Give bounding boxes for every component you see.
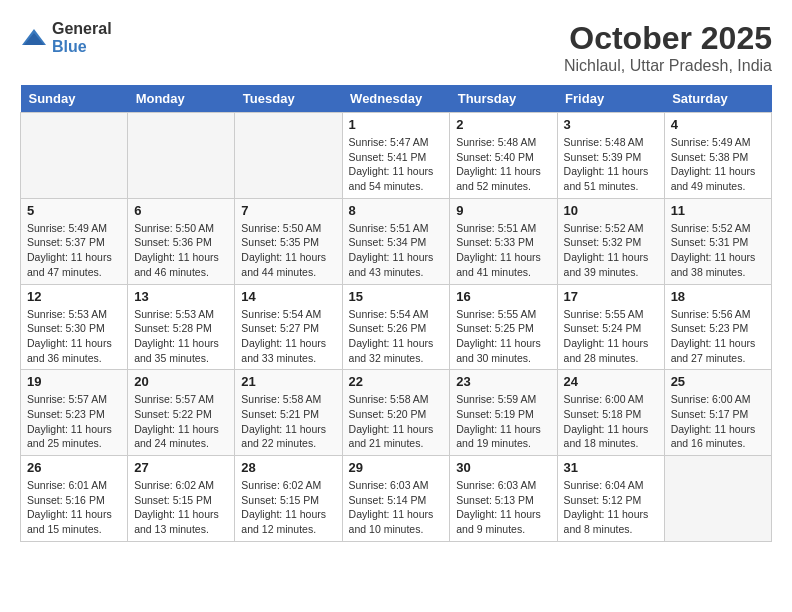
day-number: 7 <box>241 203 335 218</box>
header-wednesday: Wednesday <box>342 85 450 113</box>
day-info: Sunrise: 6:03 AMSunset: 5:14 PMDaylight:… <box>349 478 444 537</box>
day-info: Sunrise: 5:53 AMSunset: 5:28 PMDaylight:… <box>134 307 228 366</box>
calendar-cell: 31Sunrise: 6:04 AMSunset: 5:12 PMDayligh… <box>557 456 664 542</box>
calendar-cell: 17Sunrise: 5:55 AMSunset: 5:24 PMDayligh… <box>557 284 664 370</box>
day-number: 20 <box>134 374 228 389</box>
calendar-cell <box>128 113 235 199</box>
day-number: 24 <box>564 374 658 389</box>
calendar-week-2: 5Sunrise: 5:49 AMSunset: 5:37 PMDaylight… <box>21 198 772 284</box>
day-info: Sunrise: 5:57 AMSunset: 5:23 PMDaylight:… <box>27 392 121 451</box>
calendar-cell: 4Sunrise: 5:49 AMSunset: 5:38 PMDaylight… <box>664 113 771 199</box>
day-number: 15 <box>349 289 444 304</box>
day-number: 16 <box>456 289 550 304</box>
calendar-cell: 10Sunrise: 5:52 AMSunset: 5:32 PMDayligh… <box>557 198 664 284</box>
header-friday: Friday <box>557 85 664 113</box>
day-number: 13 <box>134 289 228 304</box>
day-number: 31 <box>564 460 658 475</box>
day-number: 21 <box>241 374 335 389</box>
day-number: 26 <box>27 460 121 475</box>
title-section: October 2025 Nichlaul, Uttar Pradesh, In… <box>564 20 772 75</box>
day-info: Sunrise: 5:59 AMSunset: 5:19 PMDaylight:… <box>456 392 550 451</box>
day-info: Sunrise: 5:57 AMSunset: 5:22 PMDaylight:… <box>134 392 228 451</box>
day-number: 23 <box>456 374 550 389</box>
day-info: Sunrise: 5:48 AMSunset: 5:40 PMDaylight:… <box>456 135 550 194</box>
logo-icon <box>20 27 48 49</box>
day-number: 29 <box>349 460 444 475</box>
calendar-cell: 8Sunrise: 5:51 AMSunset: 5:34 PMDaylight… <box>342 198 450 284</box>
day-info: Sunrise: 6:02 AMSunset: 5:15 PMDaylight:… <box>134 478 228 537</box>
day-number: 4 <box>671 117 765 132</box>
day-number: 5 <box>27 203 121 218</box>
day-info: Sunrise: 5:52 AMSunset: 5:32 PMDaylight:… <box>564 221 658 280</box>
header-monday: Monday <box>128 85 235 113</box>
calendar-cell: 19Sunrise: 5:57 AMSunset: 5:23 PMDayligh… <box>21 370 128 456</box>
calendar-cell: 25Sunrise: 6:00 AMSunset: 5:17 PMDayligh… <box>664 370 771 456</box>
calendar-title: October 2025 <box>564 20 772 57</box>
day-info: Sunrise: 5:49 AMSunset: 5:37 PMDaylight:… <box>27 221 121 280</box>
day-number: 8 <box>349 203 444 218</box>
calendar-cell: 6Sunrise: 5:50 AMSunset: 5:36 PMDaylight… <box>128 198 235 284</box>
calendar-cell: 15Sunrise: 5:54 AMSunset: 5:26 PMDayligh… <box>342 284 450 370</box>
calendar-cell <box>664 456 771 542</box>
logo-text-general: General <box>52 20 112 37</box>
day-number: 18 <box>671 289 765 304</box>
calendar-cell: 7Sunrise: 5:50 AMSunset: 5:35 PMDaylight… <box>235 198 342 284</box>
calendar-subtitle: Nichlaul, Uttar Pradesh, India <box>564 57 772 75</box>
day-number: 30 <box>456 460 550 475</box>
calendar-week-1: 1Sunrise: 5:47 AMSunset: 5:41 PMDaylight… <box>21 113 772 199</box>
header-saturday: Saturday <box>664 85 771 113</box>
day-number: 17 <box>564 289 658 304</box>
calendar-cell: 30Sunrise: 6:03 AMSunset: 5:13 PMDayligh… <box>450 456 557 542</box>
day-number: 22 <box>349 374 444 389</box>
header-thursday: Thursday <box>450 85 557 113</box>
day-number: 1 <box>349 117 444 132</box>
day-number: 9 <box>456 203 550 218</box>
day-info: Sunrise: 5:51 AMSunset: 5:34 PMDaylight:… <box>349 221 444 280</box>
calendar-week-5: 26Sunrise: 6:01 AMSunset: 5:16 PMDayligh… <box>21 456 772 542</box>
calendar-cell: 5Sunrise: 5:49 AMSunset: 5:37 PMDaylight… <box>21 198 128 284</box>
day-info: Sunrise: 5:49 AMSunset: 5:38 PMDaylight:… <box>671 135 765 194</box>
day-info: Sunrise: 5:56 AMSunset: 5:23 PMDaylight:… <box>671 307 765 366</box>
day-info: Sunrise: 5:54 AMSunset: 5:26 PMDaylight:… <box>349 307 444 366</box>
day-number: 25 <box>671 374 765 389</box>
day-number: 6 <box>134 203 228 218</box>
page-header: General Blue October 2025 Nichlaul, Utta… <box>20 20 772 75</box>
calendar-week-4: 19Sunrise: 5:57 AMSunset: 5:23 PMDayligh… <box>21 370 772 456</box>
calendar-cell: 11Sunrise: 5:52 AMSunset: 5:31 PMDayligh… <box>664 198 771 284</box>
day-info: Sunrise: 5:48 AMSunset: 5:39 PMDaylight:… <box>564 135 658 194</box>
day-info: Sunrise: 5:52 AMSunset: 5:31 PMDaylight:… <box>671 221 765 280</box>
day-info: Sunrise: 6:00 AMSunset: 5:17 PMDaylight:… <box>671 392 765 451</box>
day-info: Sunrise: 6:02 AMSunset: 5:15 PMDaylight:… <box>241 478 335 537</box>
calendar-cell: 12Sunrise: 5:53 AMSunset: 5:30 PMDayligh… <box>21 284 128 370</box>
day-info: Sunrise: 5:51 AMSunset: 5:33 PMDaylight:… <box>456 221 550 280</box>
calendar-cell: 20Sunrise: 5:57 AMSunset: 5:22 PMDayligh… <box>128 370 235 456</box>
day-number: 3 <box>564 117 658 132</box>
header-tuesday: Tuesday <box>235 85 342 113</box>
calendar-cell: 21Sunrise: 5:58 AMSunset: 5:21 PMDayligh… <box>235 370 342 456</box>
header-row: Sunday Monday Tuesday Wednesday Thursday… <box>21 85 772 113</box>
calendar-cell: 13Sunrise: 5:53 AMSunset: 5:28 PMDayligh… <box>128 284 235 370</box>
calendar-cell: 2Sunrise: 5:48 AMSunset: 5:40 PMDaylight… <box>450 113 557 199</box>
calendar-cell <box>235 113 342 199</box>
calendar-cell <box>21 113 128 199</box>
calendar-cell: 16Sunrise: 5:55 AMSunset: 5:25 PMDayligh… <box>450 284 557 370</box>
day-number: 10 <box>564 203 658 218</box>
day-number: 14 <box>241 289 335 304</box>
day-info: Sunrise: 6:03 AMSunset: 5:13 PMDaylight:… <box>456 478 550 537</box>
logo: General Blue <box>20 20 112 56</box>
day-info: Sunrise: 5:55 AMSunset: 5:24 PMDaylight:… <box>564 307 658 366</box>
calendar-cell: 1Sunrise: 5:47 AMSunset: 5:41 PMDaylight… <box>342 113 450 199</box>
day-info: Sunrise: 6:04 AMSunset: 5:12 PMDaylight:… <box>564 478 658 537</box>
calendar-cell: 9Sunrise: 5:51 AMSunset: 5:33 PMDaylight… <box>450 198 557 284</box>
day-number: 27 <box>134 460 228 475</box>
day-number: 11 <box>671 203 765 218</box>
day-info: Sunrise: 5:53 AMSunset: 5:30 PMDaylight:… <box>27 307 121 366</box>
calendar-cell: 14Sunrise: 5:54 AMSunset: 5:27 PMDayligh… <box>235 284 342 370</box>
calendar-cell: 3Sunrise: 5:48 AMSunset: 5:39 PMDaylight… <box>557 113 664 199</box>
calendar-cell: 27Sunrise: 6:02 AMSunset: 5:15 PMDayligh… <box>128 456 235 542</box>
calendar-cell: 23Sunrise: 5:59 AMSunset: 5:19 PMDayligh… <box>450 370 557 456</box>
calendar-table: Sunday Monday Tuesday Wednesday Thursday… <box>20 85 772 542</box>
day-info: Sunrise: 5:58 AMSunset: 5:21 PMDaylight:… <box>241 392 335 451</box>
logo-text-blue: Blue <box>52 38 87 55</box>
day-info: Sunrise: 5:47 AMSunset: 5:41 PMDaylight:… <box>349 135 444 194</box>
